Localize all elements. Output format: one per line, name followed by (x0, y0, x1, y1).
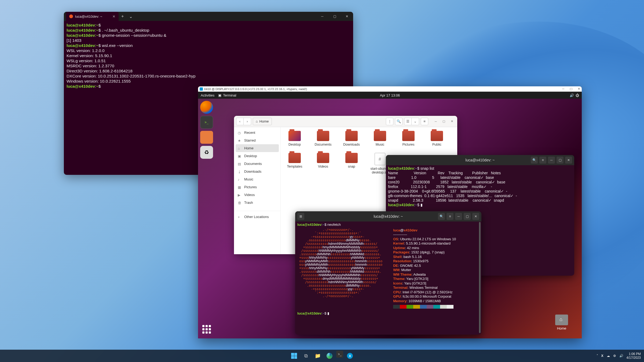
tab-close-icon[interactable]: ✕ (112, 14, 115, 19)
dock-files[interactable] (200, 131, 213, 144)
tray-cloud-icon[interactable]: ☁ (607, 354, 610, 358)
view-dropdown-button[interactable]: ⌄ (412, 118, 419, 125)
windows-taskbar: ⧉ 📁 >_ X ˄ X ☁ ⚙ 🔊 1:06 PM 4/17/2023 (0, 350, 644, 362)
edge-icon[interactable] (324, 351, 335, 361)
maximize-button[interactable]: ▢ (557, 157, 564, 164)
folder-documents[interactable]: Documents (313, 131, 333, 146)
path-label: Home (259, 119, 269, 123)
nav-forward-button[interactable]: › (244, 118, 251, 125)
terminal-output[interactable]: luca@x410dev:~$ snap listName Version Re… (386, 165, 574, 208)
minimize-button[interactable]: ─ (548, 157, 555, 164)
close-button[interactable]: ✕ (565, 157, 572, 164)
kebab-menu-button[interactable]: ⋮ (386, 118, 393, 125)
folder-videos[interactable]: Videos (313, 153, 333, 174)
minimize-button[interactable]: ─ (433, 118, 439, 125)
close-button[interactable]: ✕ (449, 118, 455, 125)
tray-volume-icon[interactable]: 🔊 (619, 354, 623, 358)
sidebar-item-desktop[interactable]: ▣Desktop (234, 152, 280, 160)
minimize-button[interactable]: ─ (562, 87, 564, 91)
dock-trash[interactable]: ♻ (200, 146, 213, 159)
scrollbar[interactable] (479, 222, 481, 333)
search-button[interactable]: 🔍 (395, 118, 402, 125)
terminal-title: luca@x410dev: ~ (466, 158, 495, 162)
gnome-top-bar: Activities ▣Terminal Apr 17 13:06 🔊 ⏻ (198, 92, 582, 99)
x410-titlebar[interactable]: X410 @ DISPLAY=127.0.0.1:0.0 (+172.23.32… (198, 86, 582, 92)
gnome-dock: >_ ♻ (198, 99, 215, 338)
x410-title: X410 @ DISPLAY=127.0.0.1:0.0 (+172.23.32… (204, 87, 307, 91)
system-clock[interactable]: 1:06 PM 4/17/2023 (627, 352, 641, 360)
folder-music[interactable]: Music (370, 131, 390, 146)
folder-snap[interactable]: snap (341, 153, 362, 174)
volume-icon[interactable]: 🔊 (570, 93, 574, 97)
home-folder-icon (555, 315, 568, 325)
files-sidebar: ◷Recent★Starred⌂Home▣Desktop▤Documents⭳D… (234, 127, 281, 254)
windows-terminal-titlebar[interactable]: luca@x410dev: ~ ✕ + ⌄ ─ ▢ ✕ (64, 12, 353, 21)
gnome-clock[interactable]: Apr 17 13:06 (380, 93, 400, 97)
tab-dropdown-icon[interactable]: ⌄ (126, 14, 135, 19)
tray-chevron-icon[interactable]: ˄ (597, 354, 598, 358)
maximize-button[interactable]: ▢ (464, 213, 471, 220)
new-tab-button[interactable]: + (119, 14, 126, 19)
ubuntu-icon (69, 14, 73, 18)
gnome-terminal-neofetch[interactable]: ⊞ luca@x410dev: ~ 🔍 ≡ ─ ▢ ✕ luca@x410dev… (295, 211, 481, 335)
view-list-button[interactable]: ☰ (404, 118, 412, 125)
folder-public[interactable]: Public (427, 131, 447, 146)
files-header: ‹ › ⌂ Home ⋮ 🔍 ☰ ⌄ ≡ ─ (234, 116, 457, 127)
window-controls: ─ ▢ ✕ (316, 12, 353, 21)
folder-downloads[interactable]: Downloads (341, 131, 362, 146)
close-button[interactable]: ✕ (578, 87, 580, 91)
x410-window[interactable]: X410 @ DISPLAY=127.0.0.1:0.0 (+172.23.32… (198, 86, 582, 338)
sidebar-item-music[interactable]: ♪Music (234, 175, 280, 183)
terminal-title: luca@x410dev: ~ (374, 214, 403, 219)
terminal-header[interactable]: ⊞ luca@x410dev: ~ 🔍 ≡ ─ ▢ ✕ (295, 211, 481, 221)
sidebar-item-trash[interactable]: 🗑Trash (234, 199, 280, 206)
close-button[interactable]: ✕ (341, 12, 353, 21)
sidebar-item-downloads[interactable]: ⭳Downloads (234, 168, 280, 175)
menu-button[interactable]: ≡ (539, 157, 546, 164)
explorer-icon[interactable]: 📁 (313, 351, 323, 361)
terminal-icon[interactable]: >_ (336, 351, 343, 358)
hamburger-menu-button[interactable]: ≡ (421, 118, 428, 125)
gnome-workspace: >_ ♻ ‹ › ⌂ Home ⋮ 🔍 (198, 99, 582, 338)
dock-terminal[interactable]: >_ (200, 116, 213, 129)
sidebar-item-videos[interactable]: ▶Videos (234, 191, 280, 199)
tab-title: luca@x410dev: ~ (75, 14, 102, 19)
sidebar-item-other-locations[interactable]: +Other Locations (234, 211, 280, 221)
folder-desktop[interactable]: Desktop (284, 131, 305, 146)
sidebar-item-home[interactable]: ⌂Home (236, 144, 279, 152)
activities-button[interactable]: Activities (201, 93, 214, 97)
home-icon: ⌂ (256, 119, 258, 123)
terminal-output[interactable]: luca@x410dev:~$ luca@x410dev:~$ . ~/.bas… (64, 21, 353, 90)
dock-show-apps[interactable] (200, 323, 213, 336)
close-button[interactable]: ✕ (472, 213, 479, 220)
minimize-button[interactable]: ─ (455, 213, 462, 220)
tray-settings-icon[interactable]: ⚙ (613, 354, 616, 358)
path-bar[interactable]: ⌂ Home (253, 118, 272, 125)
x410-taskbar-icon[interactable]: X (345, 351, 355, 361)
maximize-button[interactable]: ▢ (570, 87, 572, 91)
minimize-button[interactable]: ─ (316, 12, 328, 21)
terminal-tab[interactable]: luca@x410dev: ~ ✕ (66, 12, 119, 21)
terminal-output[interactable]: luca@x410dev:~$ neofetch .-/+oossssoo+/-… (295, 221, 481, 317)
sidebar-item-pictures[interactable]: ▦Pictures (234, 183, 280, 191)
active-app-label[interactable]: ▣Terminal (218, 93, 236, 97)
power-icon[interactable]: ⏻ (576, 93, 579, 97)
new-tab-button[interactable]: ⊞ (297, 213, 304, 220)
taskview-icon[interactable]: ⧉ (301, 351, 311, 361)
terminal-header[interactable]: luca@x410dev: ~ 🔍 ≡ ─ ▢ ✕ (386, 155, 574, 165)
tray-x-icon[interactable]: X (601, 354, 603, 358)
desktop-home-icon[interactable]: Home (552, 315, 571, 330)
maximize-button[interactable]: ▢ (441, 118, 447, 125)
folder-templates[interactable]: Templates (284, 153, 305, 174)
search-button[interactable]: 🔍 (531, 157, 538, 164)
sidebar-item-documents[interactable]: ▤Documents (234, 160, 280, 168)
sidebar-item-starred[interactable]: ★Starred (234, 136, 280, 144)
nav-back-button[interactable]: ‹ (236, 118, 244, 125)
sidebar-item-recent[interactable]: ◷Recent (234, 129, 280, 136)
dock-firefox[interactable] (200, 101, 213, 114)
folder-pictures[interactable]: Pictures (398, 131, 419, 146)
menu-button[interactable]: ≡ (447, 213, 453, 220)
start-button[interactable] (289, 351, 299, 361)
maximize-button[interactable]: ▢ (328, 12, 341, 21)
search-button[interactable]: 🔍 (438, 213, 445, 220)
